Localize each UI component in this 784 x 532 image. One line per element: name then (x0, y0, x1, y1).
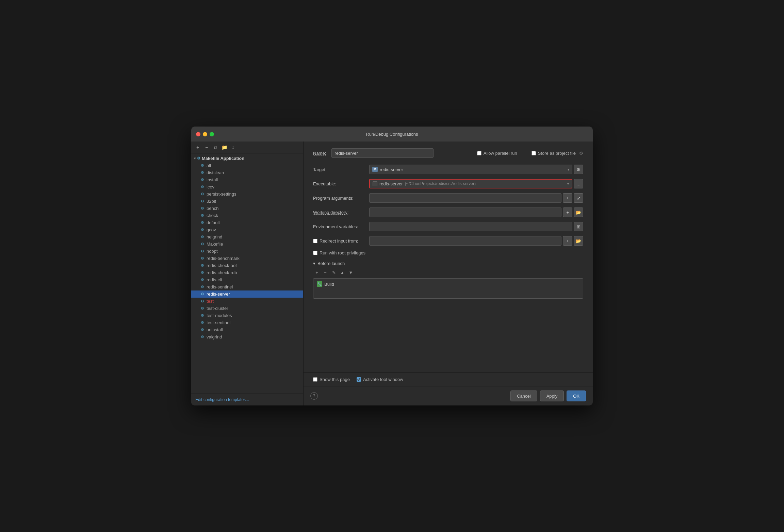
allow-parallel-label[interactable]: Allow parallel run (477, 151, 517, 156)
close-button[interactable] (196, 132, 200, 136)
tree-item-distclean[interactable]: ⚙ distclean (191, 169, 303, 176)
tree-item-test-modules[interactable]: ⚙ test-modules (191, 312, 303, 319)
cancel-button[interactable]: Cancel (510, 390, 537, 401)
tree-item-test-cluster[interactable]: ⚙ test-cluster (191, 305, 303, 312)
item-icon: ⚙ (200, 292, 205, 297)
env-vars-label: Environment variables: (313, 224, 369, 229)
root-privileges-checkbox[interactable] (313, 251, 317, 255)
show-this-page-label[interactable]: Show this page (313, 377, 350, 382)
item-icon: ⚙ (200, 328, 205, 332)
tree-item-makefile[interactable]: ⚙ Makefile (191, 240, 303, 248)
item-icon: ⚙ (200, 285, 205, 289)
store-project-checkbox[interactable] (532, 151, 536, 155)
target-dropdown[interactable]: M redis-server ▾ (369, 165, 572, 174)
redirect-input-row: Redirect input from: + 📂 (313, 236, 583, 246)
show-this-page-text: Show this page (320, 377, 350, 382)
working-dir-add-button[interactable]: + (563, 207, 572, 217)
activate-tool-label[interactable]: Activate tool window (357, 377, 403, 382)
root-privileges-label[interactable]: Run with root privileges (313, 250, 365, 255)
redirect-input-checkbox[interactable] (313, 239, 317, 243)
tree-item-label: noopt (207, 249, 218, 254)
working-dir-folder-button[interactable]: 📂 (574, 207, 583, 217)
tree-item-persist-settings[interactable]: ⚙ persist-settings (191, 190, 303, 198)
activate-tool-checkbox[interactable] (357, 377, 361, 382)
tree-item-test[interactable]: ⚙ test (191, 298, 303, 305)
ok-button[interactable]: OK (567, 390, 586, 401)
tree-group-makefile[interactable]: ▾ ⚙ Makefile Application (191, 155, 303, 162)
tree-item-helgrind[interactable]: ⚙ helgrind (191, 233, 303, 240)
env-vars-edit-button[interactable]: ⊞ (574, 222, 583, 231)
tree-item-32bit[interactable]: ⚙ 32bit (191, 198, 303, 205)
target-settings-button[interactable]: ⚙ (574, 165, 583, 174)
tree-item-redis-cli[interactable]: ⚙ redis-cli (191, 276, 303, 283)
sort-button[interactable]: ↕ (229, 144, 237, 151)
remove-config-button[interactable]: − (203, 144, 210, 151)
edit-templates-link[interactable]: Edit configuration templates... (191, 394, 303, 405)
executable-name: redis-server (379, 181, 403, 186)
tree-item-label: persist-settings (207, 192, 236, 197)
tree-item-bench[interactable]: ⚙ bench (191, 205, 303, 212)
store-project-text: Store as project file (538, 151, 576, 156)
tree-item-redis-sentinel[interactable]: ⚙ redis-sentinel (191, 283, 303, 290)
tree-item-redis-benchmark[interactable]: ⚙ redis-benchmark (191, 255, 303, 262)
group-chevron-icon: ▾ (194, 156, 196, 160)
bl-edit-button[interactable]: ✎ (330, 269, 338, 276)
tree-item-gcov[interactable]: ⚙ gcov (191, 226, 303, 233)
build-item: 🔧 Build (313, 280, 583, 288)
tree-item-redis-server[interactable]: ⚙ redis-server (191, 290, 303, 298)
executable-more-button[interactable]: … (574, 179, 583, 188)
tree-item-label: test-sentinel (207, 320, 230, 325)
item-icon: ⚙ (200, 256, 205, 261)
before-launch-header[interactable]: ▾ Before launch (313, 261, 583, 266)
root-privileges-row: Run with root privileges (313, 250, 583, 255)
add-config-button[interactable]: + (194, 144, 201, 151)
bl-up-button[interactable]: ▲ (339, 269, 346, 276)
working-dir-input[interactable] (369, 207, 561, 217)
tree-item-install[interactable]: ⚙ install (191, 176, 303, 183)
item-icon: ⚙ (200, 313, 205, 318)
help-button[interactable]: ? (310, 392, 318, 400)
minimize-button[interactable] (203, 132, 207, 136)
copy-config-button[interactable]: ⧉ (212, 144, 219, 151)
item-icon: ⚙ (200, 192, 205, 197)
program-args-label: Program arguments: (313, 196, 369, 201)
tree-item-check[interactable]: ⚙ check (191, 212, 303, 219)
bottom-bar: ? Cancel Apply OK (304, 386, 593, 405)
bl-down-button[interactable]: ▼ (347, 269, 355, 276)
target-row: Target: M redis-server ▾ ⚙ (313, 165, 583, 174)
name-label: Name: (313, 151, 326, 156)
tree-item-noopt[interactable]: ⚙ noopt (191, 248, 303, 255)
item-icon: ⚙ (200, 249, 205, 254)
bl-add-button[interactable]: + (313, 269, 321, 276)
content-area: + − ⧉ 📁 ↕ ▾ ⚙ Makefile Application ⚙ all… (191, 142, 593, 405)
name-input[interactable] (331, 148, 434, 158)
env-vars-input[interactable] (369, 222, 572, 231)
program-args-add-button[interactable]: + (563, 193, 572, 203)
show-this-page-checkbox[interactable] (313, 377, 317, 382)
tree-item-label: distclean (207, 170, 224, 175)
executable-dropdown[interactable]: redis-server (~/CLionProjects/redis/src/… (369, 179, 572, 188)
tree-item-all[interactable]: ⚙ all (191, 162, 303, 169)
allow-parallel-checkbox[interactable] (477, 151, 481, 155)
tree-item-valgrind[interactable]: ⚙ valgrind (191, 333, 303, 340)
gear-icon[interactable]: ⚙ (579, 151, 583, 156)
bl-remove-button[interactable]: − (322, 269, 329, 276)
apply-button[interactable]: Apply (540, 390, 564, 401)
tree-item-lcov[interactable]: ⚙ lcov (191, 183, 303, 190)
program-args-expand-button[interactable]: ⤢ (574, 193, 583, 203)
redirect-input-field[interactable] (369, 236, 561, 246)
program-args-input[interactable] (369, 193, 561, 203)
maximize-button[interactable] (210, 132, 214, 136)
header-checkboxes: Allow parallel run Store as project file… (477, 151, 583, 156)
tree-item-redis-check-rdb[interactable]: ⚙ redis-check-rdb (191, 269, 303, 276)
tree-item-default[interactable]: ⚙ default (191, 219, 303, 226)
tree-item-label: test-cluster (207, 306, 228, 311)
store-project-label[interactable]: Store as project file ⚙ (532, 151, 583, 156)
redirect-input-folder-button[interactable]: 📂 (574, 236, 583, 246)
tree-item-test-sentinel[interactable]: ⚙ test-sentinel (191, 319, 303, 326)
env-vars-input-wrap: ⊞ (369, 222, 583, 231)
folder-button[interactable]: 📁 (220, 144, 228, 151)
redirect-input-add-button[interactable]: + (563, 236, 572, 246)
tree-item-redis-check-aof[interactable]: ⚙ redis-check-aof (191, 262, 303, 269)
tree-item-uninstall[interactable]: ⚙ uninstall (191, 326, 303, 333)
